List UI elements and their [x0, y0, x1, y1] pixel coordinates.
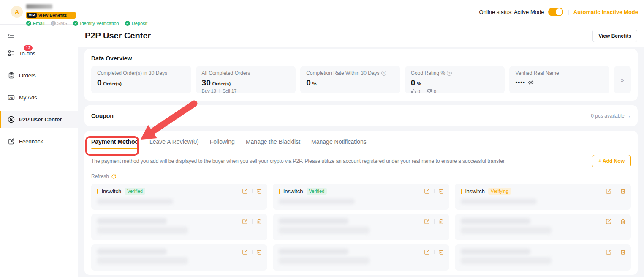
edit-icon[interactable]	[242, 218, 248, 225]
edit-icon[interactable]	[242, 188, 248, 194]
stat-unit: %	[417, 81, 421, 86]
redacted-method-name	[461, 249, 530, 255]
stat-label: Completed Order(s) in 30 Days	[97, 70, 185, 76]
vip-benefits-pill[interactable]: VIP View Benefits →	[26, 12, 76, 19]
toggle-knob	[556, 8, 562, 15]
tab-leave-a-review[interactable]: Leave A Review(0)	[149, 138, 199, 149]
trash-icon[interactable]	[256, 188, 262, 194]
main-content: P2P User Center View Benefits Data Overv…	[78, 24, 644, 277]
action-divider	[252, 250, 253, 254]
sidebar-item-todos[interactable]: To-dos 12	[0, 45, 78, 62]
redacted-account-info	[461, 199, 537, 204]
stat-card-row: Completed Order(s) in 30 Days 0 Order(s)…	[91, 66, 631, 93]
topbar-divider: |	[568, 9, 569, 15]
verified-badge: Verified	[125, 188, 145, 195]
deposit-status: ✓ Deposit	[125, 21, 147, 26]
verified-badge: Verified	[307, 188, 327, 195]
help-icon[interactable]: ?	[447, 71, 452, 76]
trash-icon[interactable]	[620, 188, 626, 194]
eye-off-icon[interactable]	[528, 80, 534, 85]
coupon-title: Coupon	[91, 112, 114, 119]
coupon-available-link[interactable]: 0 pcs available →	[591, 113, 631, 119]
trash-icon[interactable]	[620, 219, 626, 225]
edit-icon[interactable]	[424, 249, 430, 255]
payment-methods-grid: inswitch Verified	[91, 184, 631, 271]
method-accent-bar	[279, 189, 280, 194]
redacted-method-name	[279, 218, 348, 224]
tab-manage-notifications[interactable]: Manage Notifications	[311, 138, 367, 149]
edit-icon[interactable]	[606, 218, 612, 225]
trash-icon[interactable]	[438, 188, 444, 194]
thumbs-up-icon	[411, 89, 416, 94]
method-name: inswitch	[465, 188, 485, 195]
redacted-account-info	[279, 257, 370, 264]
method-accent-bar	[461, 189, 462, 194]
edit-icon[interactable]	[606, 188, 612, 194]
action-divider	[434, 189, 435, 193]
tab-payment-method[interactable]: Payment Method	[91, 138, 139, 149]
overview-expand-button[interactable]: »	[614, 66, 631, 93]
edit-icon[interactable]	[242, 249, 248, 255]
add-now-button[interactable]: + Add Now	[592, 155, 631, 167]
trash-icon[interactable]	[438, 249, 444, 255]
refresh-label: Refresh	[91, 173, 109, 179]
trash-icon[interactable]	[256, 219, 262, 225]
tab-manage-blacklist[interactable]: Manage the Blacklist	[246, 138, 300, 149]
action-divider	[252, 189, 253, 193]
edit-icon[interactable]	[424, 188, 430, 194]
user-circle-icon	[8, 116, 15, 123]
payment-method-card: inswitch Verified	[91, 184, 267, 210]
content-column: Data Overview Completed Order(s) in 30 D…	[78, 47, 644, 275]
payment-method-description: The payment method you add will be displ…	[91, 158, 506, 164]
data-overview-title: Data Overview	[91, 55, 631, 62]
trash-icon[interactable]	[256, 249, 262, 255]
data-overview-panel: Data Overview Completed Order(s) in 30 D…	[84, 49, 638, 101]
tab-following[interactable]: Following	[210, 138, 235, 149]
stat-unit: %	[312, 81, 317, 86]
topbar: A VIP View Benefits → ✓ Email ! SMS	[0, 0, 644, 24]
sidebar-item-label: To-dos	[19, 50, 35, 57]
refresh-button[interactable]: Refresh	[91, 173, 125, 179]
stat-card-good-rating: Good Rating % ? 0 % 0	[405, 66, 505, 93]
action-divider	[434, 219, 435, 224]
sidebar-item-orders[interactable]: Orders	[0, 67, 78, 84]
action-divider	[616, 219, 616, 224]
sms-status: ! SMS	[51, 21, 68, 26]
buy-sell-breakdown: Buy 13 | Sell 17	[202, 88, 290, 93]
main-header: P2P User Center View Benefits	[78, 24, 644, 47]
edit-icon[interactable]	[606, 249, 612, 255]
view-benefits-button[interactable]: View Benefits	[592, 30, 637, 42]
redacted-method-name	[97, 218, 167, 224]
sms-label: SMS	[57, 21, 68, 26]
payment-method-card	[273, 244, 449, 271]
help-icon[interactable]: ?	[381, 71, 386, 76]
feedback-icon	[8, 138, 15, 145]
orders-icon	[8, 72, 15, 79]
tabs-row: Payment Method Leave A Review(0) Followi…	[91, 137, 631, 149]
action-divider	[434, 250, 435, 254]
sidebar-item-label: Feedback	[19, 138, 43, 145]
edit-icon[interactable]	[424, 218, 430, 225]
email-verified-label: Email	[33, 21, 45, 26]
stat-label: Good Rating %	[411, 70, 445, 76]
sidebar-collapse-icon[interactable]	[8, 32, 14, 38]
online-status-toggle[interactable]	[548, 8, 563, 16]
thumbs-up-count: 0	[418, 89, 420, 94]
automatic-inactive-mode-link[interactable]: Automatic Inactive Mode	[573, 9, 638, 15]
sidebar-item-p2p-user-center[interactable]: P2P User Center	[0, 111, 78, 128]
trash-icon[interactable]	[620, 249, 626, 255]
stat-label: Verified Real Name	[515, 70, 603, 76]
avatar[interactable]: A	[11, 6, 23, 18]
online-status-label: Online status: Active Mode	[479, 9, 544, 15]
rating-thumbs-row: 0 0	[411, 89, 499, 94]
check-icon: ✓	[125, 21, 130, 26]
deposit-label: Deposit	[132, 21, 147, 26]
trash-icon[interactable]	[438, 219, 444, 225]
sidebar-item-feedback[interactable]: Feedback	[0, 133, 78, 150]
refresh-icon	[111, 174, 117, 179]
sidebar-item-my-ads[interactable]: AD My Ads	[0, 89, 78, 106]
stat-value: 0	[306, 78, 311, 88]
verifying-badge: Verifying	[488, 188, 511, 195]
sub-divider: |	[219, 88, 220, 93]
stat-unit: Order(s)	[212, 81, 231, 86]
